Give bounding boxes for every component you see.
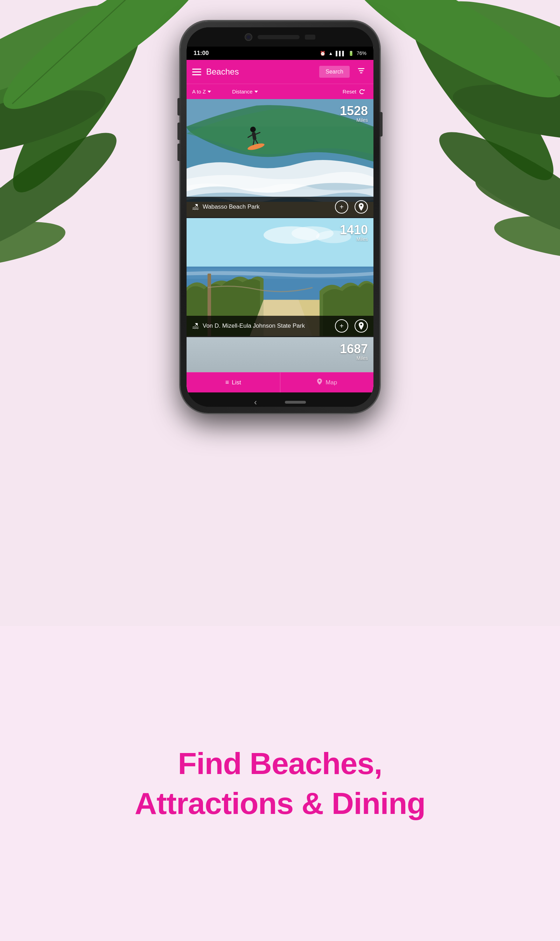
card-2-footer: 🏖 Von D. Mizell-Eula Johnson State Park … [186,316,374,336]
phone-screen: 11:00 ⏰ ▲ ▌▌▌ 🔋 76% [186,46,374,393]
card-3-distance-unit: Miles [340,355,368,361]
card-1-distance: 1528 Miles [340,105,368,123]
phone-sensor [305,35,315,40]
card-1-beach-icon: 🏖 [192,203,199,211]
card-2-name: Von D. Mizell-Eula Johnson State Park [203,322,329,330]
promo-line1: Find Beaches, [178,746,382,781]
card-1-distance-unit: Miles [340,117,368,123]
promo-line2: Attractions & Dining [135,786,426,821]
card-2-location-icon [358,322,365,330]
card-1-location-button[interactable] [355,200,368,214]
card-3-distance-num: 1687 [340,343,368,355]
distance-label: Distance [232,89,252,94]
beach-cards-list: 1528 Miles 🏖 Wabasso Beach Park + [186,99,374,372]
filter-bar: A to Z Distance Reset [186,84,374,99]
sort-label: A to Z [192,89,206,94]
promo-text: Find Beaches, Attractions & Dining [135,744,426,824]
svg-point-16 [428,115,560,256]
status-icons: ⏰ ▲ ▌▌▌ 🔋 76% [320,51,366,56]
svg-point-6 [400,0,560,150]
svg-point-9 [449,74,560,150]
card-2-location-button[interactable] [355,319,368,333]
beach-card-3[interactable]: 1687 Miles [186,337,374,372]
card-1-distance-num: 1528 [340,105,368,117]
phone-bottom-bar: ‹ [186,393,374,407]
card-1-add-button[interactable]: + [335,200,348,214]
svg-point-13 [0,116,129,269]
alarm-icon: ⏰ [320,51,326,56]
reset-filter[interactable]: Reset [343,89,368,94]
map-icon [316,379,323,385]
map-tab[interactable]: Map [280,373,374,393]
filter-button[interactable] [355,65,368,78]
hamburger-line1 [192,69,201,70]
reset-label: Reset [343,89,356,94]
card-2-beach-icon: 🏖 [192,322,199,330]
svg-point-3 [0,77,111,168]
hamburger-line2 [192,71,201,72]
phone-outer-shell: 11:00 ⏰ ▲ ▌▌▌ 🔋 76% [180,21,380,413]
map-tab-label: Map [326,379,337,386]
svg-point-0 [0,0,157,163]
svg-point-2 [0,4,159,206]
signal-icon: ▌▌▌ [335,51,345,56]
card-1-location-icon [358,203,365,211]
list-tab-icon: ≡ [225,379,229,386]
filter-icon [357,67,365,75]
battery-percent: 76% [357,51,366,56]
bottom-promo-section: Find Beaches, Attractions & Dining [0,626,560,941]
map-tab-icon [316,379,323,387]
search-button[interactable]: Search [319,66,350,78]
phone-speaker [258,35,300,39]
card-2-distance: 1410 Miles [340,224,368,242]
svg-point-15 [491,208,560,268]
phone-device: 11:00 ⏰ ▲ ▌▌▌ 🔋 76% [180,21,380,413]
menu-button[interactable] [192,69,201,75]
svg-point-1 [0,0,127,116]
svg-point-8 [395,1,560,196]
svg-point-11 [0,160,89,260]
list-tab[interactable]: ≡ List [186,373,280,393]
wifi-icon: ▲ [328,51,333,56]
distance-arrow-icon [254,91,258,93]
reset-icon [360,89,365,94]
card-3-distance: 1687 Miles [340,343,368,361]
svg-point-12 [0,213,69,277]
phone-inner-shell: 11:00 ⏰ ▲ ▌▌▌ 🔋 76% [186,27,374,407]
card-1-name: Wabasso Beach Park [203,203,329,210]
battery-icon: 🔋 [348,51,354,56]
svg-point-14 [470,160,560,246]
card-2-add-button[interactable]: + [335,319,348,333]
svg-line-5 [8,0,133,104]
card-1-footer: 🏖 Wabasso Beach Park + [186,197,374,217]
status-time: 11:00 [194,50,209,57]
distance-filter[interactable]: Distance [232,89,261,94]
card-2-distance-num: 1410 [340,224,368,236]
list-tab-label: List [232,379,241,386]
phone-top-notch [186,27,374,46]
app-header: Beaches Search [186,60,374,84]
svg-point-7 [432,0,560,99]
phone-camera [245,33,252,41]
beach-card-1[interactable]: 1528 Miles 🏖 Wabasso Beach Park + [186,99,374,218]
beach-card-2[interactable]: 1410 Miles 🏖 Von D. Mizell-Eula Johnson … [186,218,374,337]
back-button[interactable]: ‹ [254,397,257,407]
hamburger-line3 [192,74,201,75]
app-title: Beaches [206,67,314,77]
card-2-distance-unit: Miles [340,236,368,242]
sort-arrow-icon [208,91,211,93]
bottom-navigation: ≡ List Map [186,372,374,393]
sort-filter[interactable]: A to Z [192,89,215,94]
home-button[interactable] [285,401,306,404]
status-bar: 11:00 ⏰ ▲ ▌▌▌ 🔋 76% [186,46,374,60]
